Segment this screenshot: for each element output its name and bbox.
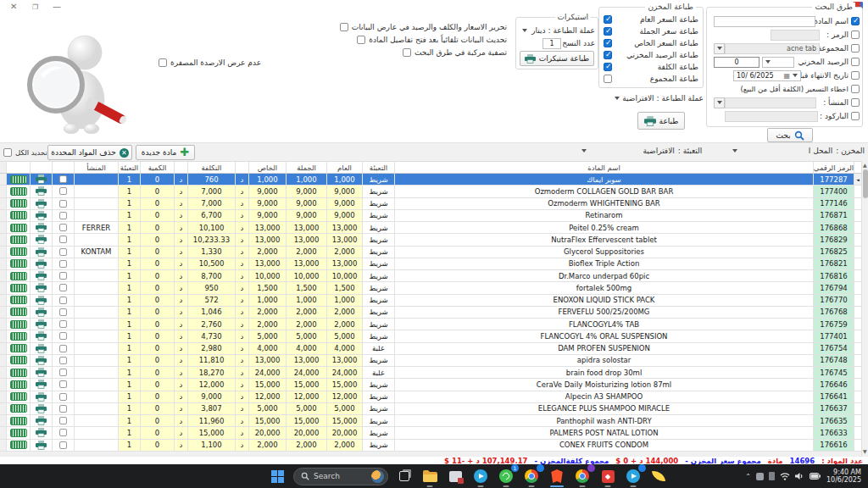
table-row[interactable]: 10د8,700د10,00010,00010,000شريطDr.Marco … — [0, 270, 861, 282]
code-input[interactable] — [771, 30, 820, 41]
expiry-dropdown-icon[interactable] — [793, 74, 798, 77]
calendar-icon[interactable]: ▦ — [783, 72, 790, 80]
telegram-2-button[interactable] — [623, 466, 643, 486]
tray-app-icon[interactable] — [756, 473, 764, 480]
hide-zero-balances-option[interactable]: عدم عرض الارصدة المصفرة — [161, 58, 261, 68]
barcode-icon[interactable] — [10, 187, 27, 196]
start-button[interactable] — [267, 466, 287, 486]
copies-input[interactable]: 1 — [542, 38, 561, 49]
header-code[interactable]: الرمز الرقمي — [814, 162, 854, 173]
header-pack[interactable]: التعبئة — [363, 162, 395, 173]
barcode-icon[interactable] — [10, 272, 27, 280]
header-fill[interactable]: التعبئة — [119, 162, 141, 173]
table-row[interactable]: 10د11,960د15,00015,00015,000شريطPanthoph… — [0, 415, 861, 427]
option-compound-filter[interactable]: تصفية مركبة في طرق البحث — [331, 47, 507, 58]
printer-icon[interactable] — [36, 283, 47, 292]
row-checkbox[interactable] — [59, 200, 67, 208]
browser-profile-button[interactable] — [572, 466, 593, 486]
row-checkbox[interactable] — [59, 320, 67, 328]
row-checkbox[interactable] — [59, 297, 67, 304]
row-checkbox[interactable] — [59, 272, 67, 280]
stock-balance-input[interactable]: 0 — [714, 57, 760, 68]
material-name-input[interactable] — [714, 16, 815, 27]
scrollbar-thumb[interactable] — [863, 169, 868, 198]
scroll-down-icon[interactable]: ▼ — [863, 449, 868, 454]
origin-dropdown-icon[interactable] — [714, 97, 725, 108]
new-item-button[interactable]: مادة جديدة ✚ — [136, 145, 195, 160]
printer-icon[interactable] — [36, 441, 47, 450]
taskbar-search[interactable]: Search — [293, 468, 388, 485]
barcode-checkbox[interactable] — [851, 112, 860, 120]
table-row[interactable]: 10د10,233.33د13,00013,00013,000شريطNutra… — [0, 234, 861, 246]
barcode-icon[interactable] — [10, 417, 27, 425]
table-row[interactable]: 10د4,730د5,0005,0005,000شريطFLANCOGYL 4%… — [0, 330, 861, 342]
row-checkbox[interactable] — [59, 248, 67, 256]
tray-expand-icon[interactable]: ⌃ — [745, 473, 751, 480]
barcode-icon[interactable] — [10, 369, 27, 377]
print-general-checkbox[interactable] — [604, 15, 612, 24]
table-row[interactable]: 10د7,000د9,0009,0009,000شريطOzmoderm WHI… — [0, 198, 861, 210]
row-checkbox[interactable] — [59, 380, 67, 388]
expiry-date-checkbox[interactable] — [851, 71, 860, 80]
row-checkbox[interactable] — [59, 236, 67, 243]
barcode-icon[interactable] — [10, 429, 27, 437]
row-checkbox[interactable] — [59, 175, 67, 183]
table-row[interactable]: 10د950د1,5001,5001,500شريطfortalek 500mg… — [0, 282, 861, 294]
scroll-up-icon[interactable]: ▲ — [863, 163, 868, 168]
print-special-checkbox[interactable] — [604, 39, 612, 47]
print-stock-checkbox[interactable] — [604, 51, 612, 59]
printer-icon[interactable] — [36, 296, 47, 305]
printer-icon[interactable] — [36, 247, 47, 257]
table-row[interactable]: FERRER10د10,100د13,00013,00013,000شريطPe… — [0, 222, 861, 234]
delete-selected-button[interactable]: حذف المواد المحددة ✕ — [47, 145, 132, 160]
print-currency-combo[interactable]: الافتراضية — [622, 94, 654, 103]
barcode-icon[interactable] — [10, 380, 27, 389]
printer-icon[interactable] — [36, 344, 47, 353]
table-row[interactable]: 10د10,500د13,00013,00013,000شريطBioflex … — [0, 258, 861, 270]
printer-icon[interactable] — [36, 259, 47, 269]
barcode-icon[interactable] — [10, 356, 27, 364]
stock-balance-checkbox[interactable] — [851, 58, 860, 66]
auto-refresh-checkbox[interactable] — [357, 36, 365, 44]
printer-icon[interactable] — [36, 368, 47, 377]
row-checkbox[interactable] — [59, 369, 67, 376]
row-checkbox[interactable] — [59, 393, 67, 401]
table-row[interactable]: 10د3,807د5,0005,0005,000شريطELEGANCE PLU… — [0, 403, 861, 415]
material-name-checkbox[interactable] — [851, 17, 860, 25]
barcode-icon[interactable] — [10, 320, 27, 329]
hide-zero-checkbox[interactable] — [159, 58, 167, 67]
file-explorer-button[interactable] — [420, 466, 440, 486]
tray-app2-icon[interactable] — [769, 472, 775, 480]
print-stickers-button[interactable]: طباعة ستيكرات — [520, 51, 594, 66]
barcode-icon[interactable] — [10, 392, 27, 401]
select-all-checkbox[interactable] — [3, 148, 12, 157]
row-checkbox[interactable] — [59, 357, 67, 364]
printer-icon[interactable] — [36, 416, 47, 425]
store-dropdown-icon[interactable] — [732, 149, 737, 152]
barcode-icon[interactable] — [10, 332, 27, 341]
header-origin[interactable]: المنشأ — [75, 162, 119, 173]
barcode-icon[interactable] — [10, 284, 27, 292]
red-app-button[interactable]: ◆ — [598, 466, 618, 486]
barcode-icon[interactable] — [10, 211, 27, 219]
header-qty[interactable]: الكمية — [141, 162, 175, 173]
header-general[interactable]: العام — [327, 162, 363, 173]
table-row[interactable]: 10د1,100د2,0002,0002,000شريطCONEX FRUITS… — [0, 440, 861, 452]
barcode-icon[interactable] — [10, 259, 27, 268]
table-row[interactable]: 10د1,046د2,0002,0002,000شريطFERVEFLU 500… — [0, 307, 861, 319]
table-row[interactable]: 10د7,000د9,0009,0009,000شريطOzmoderm COL… — [0, 186, 861, 197]
snipping-tool-button[interactable] — [445, 466, 465, 486]
compound-filter-checkbox[interactable] — [403, 48, 411, 57]
lightshot-button[interactable] — [648, 466, 669, 486]
table-scrollbar[interactable]: ▲ ▼ — [861, 161, 868, 456]
row-checkbox[interactable] — [59, 308, 67, 316]
row-checkbox[interactable] — [59, 284, 67, 291]
row-checkbox[interactable] — [59, 224, 67, 231]
packing-dropdown-icon[interactable] — [581, 149, 587, 152]
printer-icon[interactable] — [36, 319, 47, 329]
table-row[interactable]: 10د12,000د15,00015,00015,000شريطCeraVe D… — [0, 379, 861, 391]
row-checkbox[interactable] — [59, 212, 67, 219]
row-checkbox[interactable] — [59, 417, 67, 424]
printer-icon[interactable] — [36, 428, 47, 437]
print-total-checkbox[interactable] — [604, 75, 612, 83]
